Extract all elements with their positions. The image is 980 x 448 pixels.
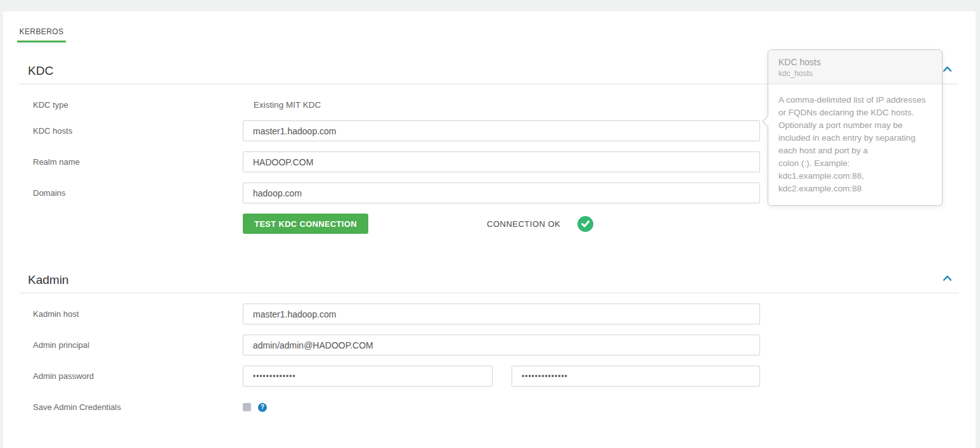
question-circle-icon[interactable]: ? bbox=[258, 403, 267, 412]
kadmin-collapse-button[interactable] bbox=[941, 272, 953, 284]
admin-password-label: Admin password bbox=[33, 371, 243, 381]
kadmin-section-header: Kadmin bbox=[19, 272, 958, 293]
admin-password-input[interactable] bbox=[243, 366, 493, 387]
kadmin-host-input[interactable] bbox=[243, 304, 760, 324]
connection-status-text: CONNECTION OK bbox=[487, 219, 560, 229]
tab-bar: KERBEROS bbox=[3, 11, 976, 42]
kadmin-section: Kadmin Kadmin host Admin principal bbox=[19, 272, 958, 418]
connection-status: CONNECTION OK bbox=[487, 216, 593, 232]
chevron-up-icon bbox=[943, 65, 952, 74]
tab-kerberos[interactable]: KERBEROS bbox=[17, 27, 66, 42]
admin-password-pair bbox=[243, 366, 760, 387]
tooltip-title: KDC hosts bbox=[778, 57, 932, 67]
kdc-type-value: Existing MIT KDC bbox=[243, 100, 321, 110]
tooltip-description: A comma-delimited list of IP addresses o… bbox=[768, 84, 942, 205]
kdc-hosts-input[interactable] bbox=[243, 120, 760, 141]
save-admin-credentials-label: Save Admin Credentials bbox=[33, 402, 243, 412]
realm-name-input[interactable] bbox=[243, 151, 760, 172]
save-admin-credentials-checkbox[interactable] bbox=[243, 403, 251, 411]
chevron-up-icon bbox=[943, 274, 952, 283]
kdc-type-label: KDC type bbox=[33, 100, 243, 110]
tooltip-header: KDC hosts kdc_hosts bbox=[768, 50, 942, 84]
admin-password-confirm-input[interactable] bbox=[512, 366, 760, 387]
tooltip-property-name: kdc_hosts bbox=[778, 69, 932, 78]
kadmin-host-row: Kadmin host bbox=[33, 304, 958, 324]
check-circle-icon bbox=[577, 216, 593, 232]
kerberos-config-page: KERBEROS KDC KDC type Existing MIT KDC bbox=[0, 0, 980, 448]
domains-input[interactable] bbox=[243, 182, 760, 203]
kadmin-section-title: Kadmin bbox=[28, 272, 68, 287]
kdc-collapse-button[interactable] bbox=[941, 63, 953, 75]
realm-name-label: Realm name bbox=[33, 157, 243, 167]
admin-password-row: Admin password bbox=[33, 366, 958, 387]
kdc-hosts-label: KDC hosts bbox=[33, 126, 243, 136]
kadmin-section-body: Kadmin host Admin principal Admin passwo… bbox=[19, 293, 958, 418]
admin-principal-input[interactable] bbox=[243, 335, 760, 355]
kdc-section-title: KDC bbox=[28, 63, 53, 78]
admin-principal-row: Admin principal bbox=[33, 335, 958, 355]
admin-principal-label: Admin principal bbox=[33, 340, 243, 350]
kdc-hosts-tooltip: KDC hosts kdc_hosts A comma-delimited li… bbox=[768, 49, 943, 206]
test-kdc-connection-button[interactable]: TEST KDC CONNECTION bbox=[243, 214, 368, 234]
test-connection-row: TEST KDC CONNECTION CONNECTION OK bbox=[33, 214, 958, 234]
save-admin-credentials-row: Save Admin Credentials ? bbox=[33, 397, 958, 418]
kadmin-host-label: Kadmin host bbox=[33, 309, 243, 319]
domains-label: Domains bbox=[33, 188, 243, 198]
